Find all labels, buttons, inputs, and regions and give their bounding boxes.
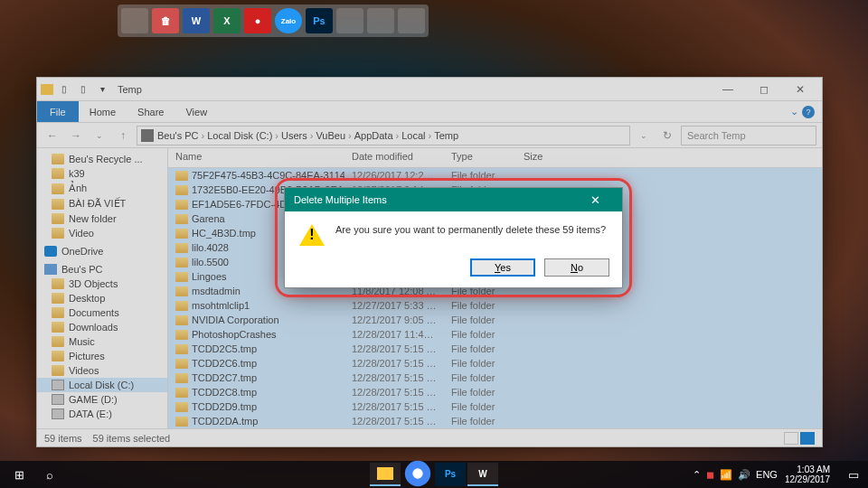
yes-button[interactable]: Yes bbox=[470, 258, 535, 277]
recent-dropdown-icon[interactable]: ⌄ bbox=[90, 127, 109, 145]
photoshop-icon[interactable]: Ps bbox=[306, 8, 333, 33]
table-row[interactable]: TCDD2DA.tmp12/28/2017 5:15 PMFile folder bbox=[168, 414, 822, 428]
crumb[interactable]: AppData bbox=[354, 130, 393, 141]
table-row[interactable]: TCDD2C8.tmp12/28/2017 5:15 PMFile folder bbox=[168, 385, 822, 399]
crumb[interactable]: Local Disk (C:) bbox=[207, 130, 272, 141]
zalo-icon[interactable]: Zalo bbox=[275, 8, 302, 33]
dialog-close-button[interactable]: ✕ bbox=[577, 188, 613, 211]
folder-icon bbox=[175, 359, 188, 369]
col-date[interactable]: Date modified bbox=[344, 148, 444, 167]
qat-item[interactable]: ▯ bbox=[56, 81, 72, 98]
sidebar-item[interactable]: DATA (E:) bbox=[37, 407, 167, 421]
sidebar-item[interactable]: Videos bbox=[37, 363, 167, 378]
start-button[interactable]: ⊞ bbox=[4, 461, 34, 488]
search-button[interactable]: ⌕ bbox=[34, 461, 65, 488]
word-icon[interactable]: W bbox=[183, 8, 210, 33]
sidebar-item[interactable]: Pictures bbox=[37, 349, 167, 363]
tray-chevron-icon[interactable]: ⌃ bbox=[693, 469, 701, 481]
sidebar-item[interactable]: Documents bbox=[37, 305, 167, 320]
view-large-icon[interactable] bbox=[800, 432, 815, 445]
tab-file[interactable]: File bbox=[37, 101, 79, 122]
col-type[interactable]: Type bbox=[444, 148, 516, 167]
folder-icon bbox=[175, 301, 188, 311]
garena-icon[interactable]: ● bbox=[244, 8, 271, 33]
sidebar-item[interactable]: BÀI ĐÃ VIẾT bbox=[37, 196, 167, 211]
qat-item[interactable]: ▯ bbox=[75, 81, 91, 98]
sidebar-item[interactable]: New folder bbox=[37, 211, 167, 226]
sidebar-item[interactable]: 3D Objects bbox=[37, 277, 167, 291]
close-button[interactable]: ✕ bbox=[782, 78, 818, 101]
breadcrumb-dropdown-icon[interactable]: ⌄ bbox=[634, 127, 654, 145]
crumb[interactable]: Beu's PC bbox=[157, 130, 199, 141]
table-row[interactable]: NVIDIA Corporation12/21/2017 9:05 PMFile… bbox=[168, 313, 822, 327]
crumb[interactable]: Users bbox=[281, 130, 307, 141]
tray-icons[interactable]: ⌃ ◼ 📶 🔊 ENG bbox=[693, 469, 778, 481]
table-row[interactable]: TCDD2C5.tmp12/28/2017 5:15 PMFile folder bbox=[168, 342, 822, 356]
help-icon[interactable]: ? bbox=[802, 106, 815, 118]
table-row[interactable]: TCDD2C6.tmp12/28/2017 5:15 PMFile folder bbox=[168, 356, 822, 371]
warning-icon bbox=[299, 224, 325, 246]
float-item[interactable] bbox=[121, 8, 148, 33]
float-item[interactable] bbox=[398, 8, 425, 33]
float-item[interactable] bbox=[367, 8, 394, 33]
back-button[interactable]: ← bbox=[42, 127, 62, 145]
folder-icon bbox=[175, 171, 188, 181]
sidebar-item[interactable]: GAME (D:) bbox=[37, 392, 167, 407]
sidebar-item[interactable]: Downloads bbox=[37, 320, 167, 334]
sidebar-item[interactable]: Local Disk (C:) bbox=[37, 378, 167, 392]
sidebar-item-label: 3D Objects bbox=[69, 278, 118, 289]
sidebar-item[interactable]: Desktop bbox=[37, 291, 167, 305]
sidebar-onedrive[interactable]: OneDrive bbox=[37, 244, 167, 258]
refresh-button[interactable]: ↻ bbox=[657, 127, 677, 145]
col-name[interactable]: Name bbox=[168, 148, 344, 167]
clock[interactable]: 1:03 AM 12/29/2017 bbox=[785, 465, 835, 484]
trash-icon[interactable]: 🗑 bbox=[152, 8, 179, 33]
tray-network-icon[interactable]: 📶 bbox=[720, 469, 732, 481]
table-row[interactable]: TCDD2C7.tmp12/28/2017 5:15 PMFile folder bbox=[168, 371, 822, 385]
taskbar-explorer-icon[interactable] bbox=[370, 463, 401, 486]
sidebar-item-label: Videos bbox=[69, 365, 99, 376]
qat-dropdown-icon[interactable]: ▾ bbox=[94, 81, 110, 98]
excel-icon[interactable]: X bbox=[213, 8, 241, 33]
file-date: 12/21/2017 9:05 PM bbox=[344, 314, 444, 325]
view-details-icon[interactable] bbox=[784, 432, 798, 445]
taskbar-word-icon[interactable]: W bbox=[467, 463, 498, 486]
table-row[interactable]: TCDD2D9.tmp12/28/2017 5:15 PMFile folder bbox=[168, 399, 822, 414]
crumb[interactable]: Local bbox=[401, 130, 425, 141]
taskbar-chrome-icon[interactable] bbox=[402, 463, 433, 486]
sidebar-item[interactable]: Music bbox=[37, 334, 167, 349]
sidebar-item[interactable]: Ảnh bbox=[37, 181, 167, 196]
breadcrumb[interactable]: Beu's PC› Local Disk (C:)› Users› VuBeu›… bbox=[137, 126, 630, 145]
tray-lang[interactable]: ENG bbox=[756, 469, 778, 480]
table-row[interactable]: PhotoshopCrashes12/28/2017 11:42 ...File… bbox=[168, 327, 822, 342]
up-button[interactable]: ↑ bbox=[113, 127, 133, 145]
minimize-button[interactable]: — bbox=[710, 78, 746, 101]
float-item[interactable] bbox=[336, 8, 363, 33]
tab-view[interactable]: View bbox=[175, 101, 218, 122]
ribbon-expand-icon[interactable]: ⌄ bbox=[790, 106, 798, 117]
folder-icon bbox=[52, 168, 64, 179]
sidebar-this-pc[interactable]: Beu's PC bbox=[37, 262, 167, 277]
sidebar-item[interactable]: Beu's Recycle ... bbox=[37, 152, 167, 166]
crumb[interactable]: VuBeu bbox=[316, 130, 345, 141]
forward-button[interactable]: → bbox=[66, 127, 86, 145]
sidebar-item[interactable]: k39 bbox=[37, 166, 167, 181]
folder-icon bbox=[52, 199, 64, 210]
file-type: File folder bbox=[444, 300, 516, 311]
folder-icon bbox=[52, 322, 64, 333]
crumb[interactable]: Temp bbox=[434, 130, 458, 141]
tab-home[interactable]: Home bbox=[79, 101, 127, 122]
onedrive-icon bbox=[44, 246, 57, 257]
taskbar-photoshop-icon[interactable]: Ps bbox=[435, 463, 466, 486]
maximize-button[interactable]: ◻ bbox=[746, 78, 782, 101]
col-size[interactable]: Size bbox=[516, 148, 571, 167]
notifications-icon[interactable]: ▭ bbox=[843, 461, 864, 488]
tab-share[interactable]: Share bbox=[127, 101, 175, 122]
tray-volume-icon[interactable]: 🔊 bbox=[738, 469, 750, 481]
sidebar-item[interactable]: Video bbox=[37, 226, 167, 240]
table-row[interactable]: msohtmlclip112/27/2017 5:33 PMFile folde… bbox=[168, 298, 822, 313]
table-row[interactable]: 75F2F475-45B3-4C9C-84EA-311462D5986E12/2… bbox=[168, 168, 822, 183]
no-button[interactable]: No bbox=[544, 258, 609, 277]
search-input[interactable]: Search Temp bbox=[681, 126, 816, 145]
tray-app-icon[interactable]: ◼ bbox=[706, 469, 714, 481]
